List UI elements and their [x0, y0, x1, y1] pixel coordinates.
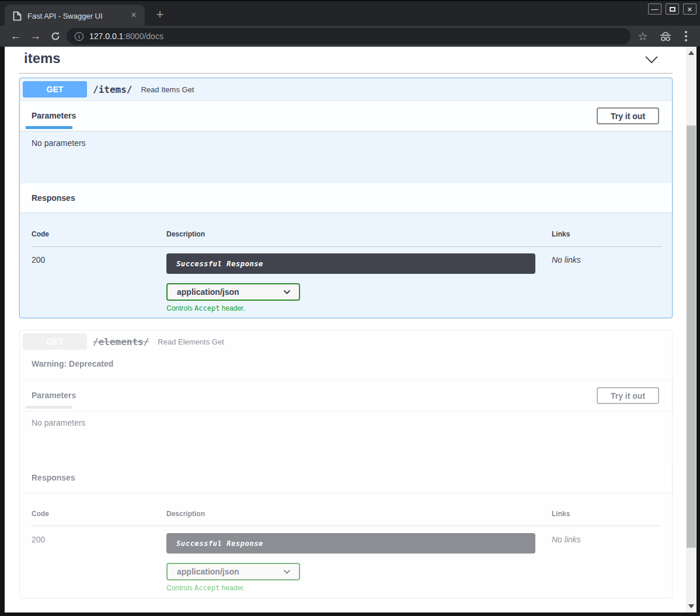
- scrollbar-up-arrow-icon[interactable]: [688, 51, 694, 55]
- page-favicon-icon: [13, 11, 22, 21]
- window-maximize-button[interactable]: [666, 4, 679, 15]
- reload-icon[interactable]: [47, 26, 64, 47]
- section-divider: [19, 73, 673, 74]
- active-tab-underline: [26, 126, 72, 129]
- no-parameters-text: No parameters: [32, 138, 86, 148]
- accept-code: Accept: [194, 304, 220, 312]
- back-icon[interactable]: ←: [7, 26, 25, 47]
- responses-header: Responses: [20, 183, 672, 213]
- browser-menu-icon[interactable]: [678, 26, 694, 47]
- url-path: :8000/docs: [123, 32, 163, 41]
- bookmark-star-icon[interactable]: ☆: [634, 26, 652, 47]
- opblock-get-items: GET /items/ Read Items Get Parameters Tr…: [19, 78, 673, 318]
- links-value: No links: [552, 535, 581, 544]
- col-header-code: Code: [32, 230, 49, 238]
- opblock-get-elements-deprecated: GET /elements/ Read Elements Get Warning…: [19, 330, 673, 598]
- op-summary-text: Read Items Get: [141, 85, 194, 94]
- try-it-out-button[interactable]: Try it out: [597, 387, 659, 404]
- col-header-description: Description: [166, 230, 205, 238]
- links-value: No links: [552, 255, 581, 265]
- try-it-out-button[interactable]: Try it out: [597, 107, 659, 124]
- responses-label: Responses: [32, 473, 75, 482]
- parameters-header: Parameters Try it out: [20, 100, 672, 131]
- opblock-summary[interactable]: GET /elements/ Read Elements Get: [20, 330, 672, 353]
- media-type-select[interactable]: application/json: [166, 283, 300, 301]
- url-host: 127.0.0.1: [89, 32, 123, 41]
- window-minimize-button[interactable]: —: [648, 4, 661, 15]
- response-description-box: Successful Response: [166, 533, 535, 554]
- method-badge: GET: [23, 333, 87, 350]
- new-tab-button[interactable]: +: [152, 7, 168, 23]
- media-type-value: application/json: [177, 287, 283, 297]
- address-bar[interactable]: i 127.0.0.1:8000/docs: [67, 28, 631, 44]
- table-header-divider: [32, 525, 661, 526]
- tab-title: Fast API - Swagger UI: [27, 12, 127, 20]
- method-badge: GET: [23, 81, 87, 98]
- media-type-select[interactable]: application/json: [166, 563, 300, 580]
- incognito-icon: [656, 26, 675, 47]
- maximize-icon: [670, 7, 675, 12]
- table-header-divider: [32, 246, 661, 247]
- url-text: 127.0.0.1:8000/docs: [89, 32, 163, 41]
- responses-header: Responses: [20, 463, 672, 492]
- active-tab-underline: [26, 406, 72, 409]
- tab-strip: Fast API - Swagger UI × + — ×: [0, 0, 700, 26]
- accept-header-note: Controls Accept header.: [166, 304, 245, 312]
- deprecated-warning: Warning: Deprecated: [32, 359, 113, 368]
- section-title: items: [24, 50, 61, 67]
- tab-parameters[interactable]: Parameters: [32, 111, 76, 120]
- response-description-box: Successful Response: [166, 253, 535, 274]
- responses-label: Responses: [32, 193, 75, 203]
- select-chevron-down-icon: [283, 290, 291, 295]
- swagger-page: items GET /items/ Read Items Get Paramet…: [5, 47, 686, 612]
- media-type-value: application/json: [177, 567, 283, 576]
- op-summary-text: Read Elements Get: [158, 337, 224, 346]
- response-code: 200: [32, 535, 45, 544]
- no-parameters-text: No parameters: [32, 418, 86, 427]
- op-path: /items/: [93, 84, 132, 95]
- page-scrollbar[interactable]: [686, 47, 696, 612]
- tab-close-icon[interactable]: ×: [127, 9, 140, 22]
- col-header-description: Description: [166, 510, 205, 518]
- col-header-code: Code: [32, 510, 49, 518]
- tab-parameters[interactable]: Parameters: [32, 391, 76, 400]
- col-header-links: Links: [552, 510, 570, 518]
- opblock-summary[interactable]: GET /items/ Read Items Get: [20, 78, 672, 100]
- window-close-button[interactable]: ×: [683, 4, 696, 15]
- scrollbar-thumb[interactable]: [687, 126, 696, 548]
- op-path-deprecated: /elements/: [93, 336, 149, 347]
- accept-code: Accept: [194, 584, 220, 592]
- browser-toolbar: ← → i 127.0.0.1:8000/docs ☆: [0, 26, 700, 47]
- site-info-icon[interactable]: i: [75, 32, 83, 41]
- accept-header-note: Controls Accept header.: [166, 584, 245, 592]
- col-header-links: Links: [552, 230, 570, 238]
- window-controls: — ×: [648, 4, 696, 15]
- select-chevron-down-icon: [283, 569, 291, 575]
- section-collapse-chevron-down-icon[interactable]: [644, 54, 659, 65]
- forward-icon[interactable]: →: [27, 26, 44, 47]
- response-code: 200: [32, 255, 45, 265]
- parameters-header: Parameters Try it out: [20, 380, 672, 410]
- browser-tab[interactable]: Fast API - Swagger UI ×: [5, 5, 145, 27]
- scrollbar-down-arrow-icon[interactable]: [688, 604, 694, 608]
